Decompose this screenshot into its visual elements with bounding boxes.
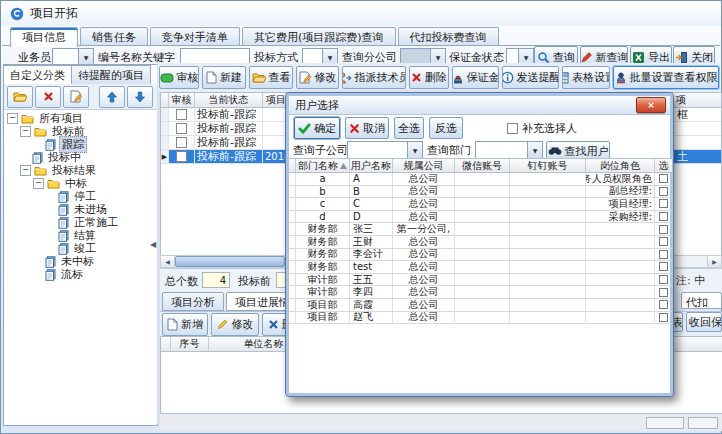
audit-checkbox[interactable]: [176, 109, 187, 120]
toolbar-button[interactable]: 指派技术员: [342, 66, 406, 89]
delete-category-button[interactable]: [35, 86, 61, 108]
column-header[interactable]: 序号: [171, 337, 209, 351]
select-checkbox[interactable]: [659, 288, 668, 297]
column-header[interactable]: 用户名称: [350, 159, 393, 172]
dialog-button[interactable]: 确定: [294, 117, 340, 139]
select-checkbox[interactable]: [659, 300, 668, 309]
select-checkbox[interactable]: [659, 275, 668, 284]
company-cell: 第一分公司,: [393, 223, 455, 235]
chevron-down-icon[interactable]: ▼: [78, 49, 93, 65]
category-panel-tab[interactable]: 自定义分类: [4, 65, 72, 85]
user-row[interactable]: 审计部李四总公司: [289, 286, 672, 299]
audit-checkbox[interactable]: [176, 137, 187, 148]
user-row[interactable]: 财务部test总公司: [289, 261, 672, 274]
column-header[interactable]: 钉钉账号: [510, 159, 586, 172]
top-tab[interactable]: 代扣投标费查询: [398, 27, 499, 45]
dialog-close-button[interactable]: ×: [636, 97, 666, 113]
company-cell: 总公司: [393, 299, 455, 311]
chevron-down-icon[interactable]: ▼: [407, 142, 422, 158]
department-combo[interactable]: ▼: [475, 141, 543, 159]
bottom-toolbar-button[interactable]: 修改: [211, 313, 259, 336]
toolbar-button[interactable]: 修改: [296, 66, 339, 89]
select-checkbox[interactable]: [659, 225, 668, 234]
user-row[interactable]: cC总公司项目经理:: [289, 198, 672, 211]
user-row[interactable]: 项目部高霞总公司: [289, 299, 672, 312]
dialog-titlebar[interactable]: 用户选择 ×: [289, 96, 670, 115]
toolbar-button[interactable]: 表格设置: [562, 66, 610, 89]
user-row[interactable]: dD总公司采购经理:: [289, 211, 672, 224]
toolbar-button[interactable]: 批量设置查看权限: [613, 66, 719, 89]
user-row[interactable]: 财务部张三第一分公司,: [289, 223, 672, 236]
top-tab[interactable]: 项目信息: [10, 27, 78, 47]
column-header[interactable]: 部门名称: [296, 159, 350, 172]
column-header[interactable]: 当前状态: [195, 93, 263, 107]
select-checkbox[interactable]: [659, 174, 668, 183]
column-header[interactable]: [161, 93, 169, 107]
top-tab[interactable]: 其它费用(项目跟踪费)查询: [242, 27, 396, 45]
toolbar-button[interactable]: 删除: [409, 66, 449, 89]
splitter-collapse-icon[interactable]: ◀: [150, 240, 156, 249]
column-header[interactable]: 审核: [169, 93, 195, 107]
audit-checkbox[interactable]: [176, 151, 187, 162]
wechat-cell: [455, 299, 510, 311]
toolbar-button[interactable]: 新建: [202, 66, 246, 89]
select-cell: [655, 261, 672, 273]
user-row[interactable]: 审计部王五总公司: [289, 274, 672, 287]
top-tab[interactable]: 销售任务: [80, 27, 148, 45]
user-row[interactable]: bB总公司副总经理:: [289, 186, 672, 199]
toolbar-button[interactable]: 保证金: [452, 66, 499, 89]
scroll-right-icon[interactable]: ▶: [707, 256, 721, 267]
bottom-toolbar-button[interactable]: 新增: [162, 313, 208, 336]
toolbar-button-label: 保证金: [467, 70, 500, 85]
expand-toggle-icon[interactable]: −: [20, 126, 31, 137]
select-checkbox[interactable]: [659, 237, 668, 246]
scrollbar-thumb[interactable]: [175, 256, 285, 267]
select-checkbox[interactable]: [659, 250, 668, 259]
move-up-button[interactable]: [99, 86, 125, 108]
user-row[interactable]: aA总公司财务人员权限角色: [289, 173, 672, 186]
deposit-icon: [452, 72, 464, 84]
chevron-down-icon[interactable]: ▼: [527, 142, 542, 158]
toolbar-button[interactable]: 审核: [159, 66, 199, 89]
select-checkbox[interactable]: [659, 262, 668, 271]
background-tab-fragment[interactable]: 代扣: [681, 292, 722, 309]
category-panel-tab[interactable]: 待提醒的项目: [72, 65, 151, 85]
expand-toggle-icon[interactable]: −: [33, 178, 44, 189]
dialog-button[interactable]: 反选: [429, 117, 463, 139]
select-checkbox[interactable]: [659, 187, 668, 196]
move-down-button[interactable]: [127, 86, 153, 108]
select-checkbox[interactable]: [659, 199, 668, 208]
user-row[interactable]: 财务部李会计总公司: [289, 249, 672, 262]
column-header[interactable]: [289, 159, 296, 172]
expand-toggle-icon[interactable]: −: [20, 165, 31, 176]
dialog-button[interactable]: 全选: [394, 117, 424, 139]
dept-cell: 财务部: [296, 249, 350, 261]
role-cell: 采购经理:: [586, 211, 655, 223]
expand-toggle-icon[interactable]: −: [7, 113, 18, 124]
sub-company-combo[interactable]: ▼: [347, 141, 423, 159]
scroll-left-icon[interactable]: ◀: [161, 256, 175, 267]
top-tab[interactable]: 竞争对手清单: [150, 27, 240, 45]
select-checkbox[interactable]: [659, 212, 668, 221]
audit-checkbox[interactable]: [176, 123, 187, 134]
sort-asc-icon: [340, 163, 347, 169]
user-row[interactable]: 项目部赵飞总公司: [289, 312, 672, 325]
tree-item[interactable]: 流标: [4, 268, 157, 281]
background-button-fragment[interactable]: 收回保: [686, 312, 722, 332]
user-row[interactable]: 财务部王财总公司: [289, 236, 672, 249]
dialog-button[interactable]: 取消: [345, 117, 389, 139]
toolbar-button[interactable]: 发送提醒: [502, 66, 559, 89]
column-header[interactable]: 微信账号: [455, 159, 510, 172]
bottom-tab[interactable]: 项目分析: [162, 292, 224, 311]
supplement-selector-checkbox[interactable]: [507, 123, 518, 134]
column-header[interactable]: 项: [673, 93, 721, 107]
column-header[interactable]: [161, 337, 171, 351]
edit-category-button[interactable]: [63, 86, 89, 108]
toolbar-button[interactable]: 查看: [249, 66, 293, 89]
column-header[interactable]: 规属公司: [393, 159, 455, 172]
select-checkbox[interactable]: [659, 313, 668, 322]
open-category-button[interactable]: [7, 86, 33, 108]
dept-cell: a: [296, 173, 350, 185]
column-header[interactable]: 选: [655, 159, 672, 172]
column-header[interactable]: 岗位角色: [586, 159, 655, 172]
